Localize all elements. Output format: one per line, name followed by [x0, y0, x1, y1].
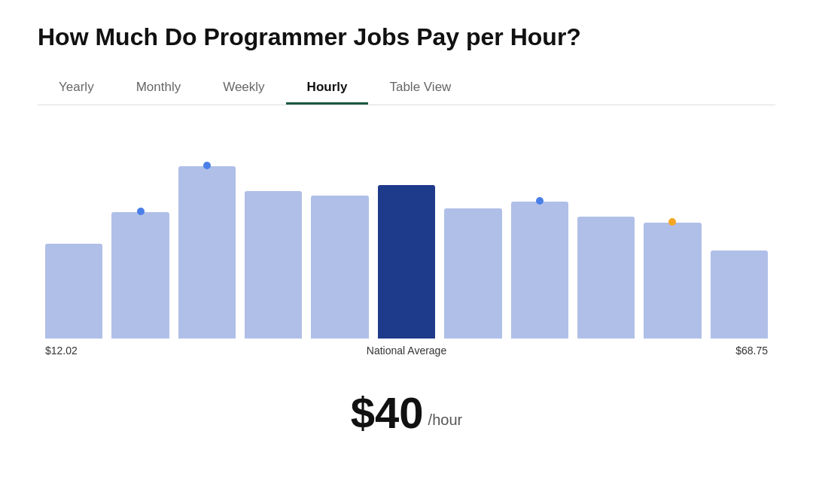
bar-dot-7 [536, 197, 544, 205]
chart-label-right: $68.75 [735, 345, 768, 357]
tab-weekly[interactable]: Weekly [202, 72, 285, 105]
tab-divider [38, 105, 775, 105]
bar-wrap-9 [644, 128, 701, 339]
tab-yearly[interactable]: Yearly [38, 72, 115, 105]
bar-wrap-1 [111, 128, 169, 339]
bar-9 [644, 223, 701, 339]
national-average-display: $40 /hour [38, 391, 775, 435]
tab-nav: Yearly Monthly Weekly Hourly Table View [38, 72, 775, 105]
chart-label-left: $12.02 [45, 345, 78, 357]
bar-2 [178, 166, 236, 339]
bar-3 [245, 191, 302, 339]
bar-wrap-4 [311, 128, 368, 339]
bar-chart: $12.02 National Average $68.75 [38, 128, 775, 376]
bar-wrap-8 [577, 128, 635, 339]
bar-5 [378, 185, 435, 339]
bar-10 [711, 250, 768, 339]
bar-wrap-0 [45, 128, 102, 339]
bar-7 [511, 202, 568, 339]
bar-wrap-3 [245, 128, 302, 339]
bar-8 [577, 217, 635, 339]
bar-wrap-5 [378, 128, 435, 339]
tab-table-view[interactable]: Table View [368, 72, 472, 105]
page-title: How Much Do Programmer Jobs Pay per Hour… [38, 23, 775, 51]
avg-value: $40 [351, 391, 424, 435]
bar-dot-9 [668, 218, 676, 226]
bar-dot-1 [137, 208, 145, 215]
bars-container [38, 128, 775, 339]
bar-4 [311, 196, 368, 339]
tab-monthly[interactable]: Monthly [115, 72, 202, 105]
bar-0 [45, 244, 102, 339]
bar-1 [111, 212, 169, 339]
bar-6 [444, 208, 501, 339]
chart-label-center: National Average [367, 345, 446, 357]
tab-hourly[interactable]: Hourly [286, 72, 369, 105]
bar-wrap-6 [444, 128, 501, 339]
bar-wrap-7 [511, 128, 568, 339]
bar-wrap-10 [711, 128, 768, 339]
avg-unit: /hour [428, 411, 463, 429]
bar-dot-2 [203, 162, 211, 169]
chart-labels: $12.02 National Average $68.75 [38, 339, 775, 357]
bar-wrap-2 [178, 128, 236, 339]
